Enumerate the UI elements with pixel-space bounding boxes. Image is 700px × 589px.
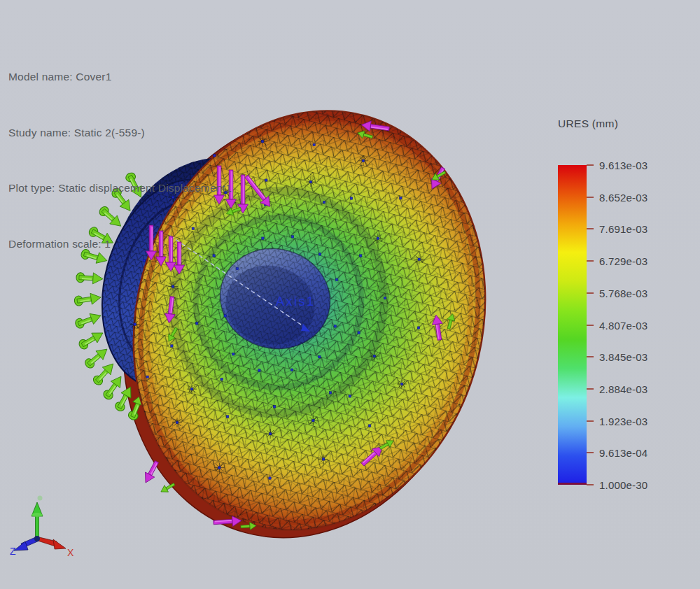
- legend-value: 8.652e-03: [599, 192, 648, 204]
- legend-entry: 2.884e-03: [587, 383, 648, 395]
- legend-value: 4.807e-03: [599, 320, 648, 332]
- plot-type-line: Plot type: Static displacement Displacem…: [8, 179, 232, 198]
- triad-y-axis: [31, 502, 43, 539]
- triad-origin: [34, 536, 40, 541]
- legend-value: 3.845e-03: [599, 351, 648, 363]
- legend-value: 9.613e-04: [599, 447, 648, 459]
- model-name-line: Model name: Cover1: [8, 68, 232, 87]
- legend-entry: 6.729e-03: [587, 255, 648, 267]
- legend-entry: 1.000e-30: [587, 478, 648, 491]
- results-legend[interactable]: URES (mm) 9.613e-03 8.652e-03 7.691e-03 …: [546, 112, 700, 518]
- legend-tick: [587, 292, 594, 294]
- legend-tick: [587, 228, 594, 229]
- plot-info: Model name: Cover1 Study name: Static 2(…: [8, 31, 232, 272]
- triad-x-axis: [36, 537, 66, 549]
- legend-value: 1.000e-30: [599, 479, 648, 491]
- legend-entry: 4.807e-03: [587, 319, 648, 332]
- legend-entry: 1.923e-03: [587, 415, 648, 427]
- deformation-scale-line: Deformation scale: 1: [8, 235, 232, 254]
- fixture-arrow[interactable]: [74, 292, 102, 307]
- triad-x-label: X: [67, 547, 74, 558]
- fixture-arrow[interactable]: [74, 311, 103, 330]
- legend-title: URES (mm): [558, 118, 618, 130]
- axis1-label[interactable]: Axis1: [276, 294, 316, 308]
- legend-value: 6.729e-03: [599, 255, 648, 267]
- legend-entry: 9.613e-03: [587, 159, 648, 171]
- legend-colorbar[interactable]: [558, 165, 587, 485]
- graphics-viewport[interactable]: Axis1 Z X Model name: Cover1 Study name:…: [0, 0, 700, 589]
- legend-entry: 3.845e-03: [587, 350, 648, 363]
- legend-value: 1.923e-03: [599, 416, 648, 427]
- legend-tick: [587, 420, 594, 422]
- legend-entry: 7.691e-03: [587, 222, 648, 235]
- legend-tick: [587, 197, 594, 198]
- legend-value: 7.691e-03: [599, 223, 648, 235]
- legend-value: 9.613e-03: [599, 159, 648, 171]
- fixture-arrow[interactable]: [76, 271, 103, 284]
- fixture-arrow[interactable]: [102, 374, 126, 402]
- legend-tick: [587, 356, 594, 357]
- triad-ghost-dot: [38, 496, 43, 501]
- triad-z-label: Z: [10, 546, 16, 557]
- legend-tick: [587, 325, 594, 326]
- legend-value: 5.768e-03: [599, 288, 648, 299]
- legend-entry: 9.613e-04: [587, 446, 648, 459]
- legend-tick: [587, 452, 594, 453]
- legend-tick: [587, 260, 594, 262]
- legend-entry: 8.652e-03: [587, 191, 648, 204]
- orientation-triad: Z X: [10, 496, 74, 559]
- fixture-arrow[interactable]: [77, 328, 106, 351]
- study-name-line: Study name: Static 2(-559-): [8, 124, 232, 143]
- legend-tick: [587, 484, 594, 485]
- legend-value: 2.884e-03: [599, 383, 648, 395]
- legend-tick: [587, 388, 594, 390]
- load-arrow[interactable]: [141, 459, 161, 485]
- legend-entry: 5.768e-03: [587, 287, 648, 299]
- legend-tick: [587, 164, 594, 166]
- legend-min-marker: [558, 483, 587, 485]
